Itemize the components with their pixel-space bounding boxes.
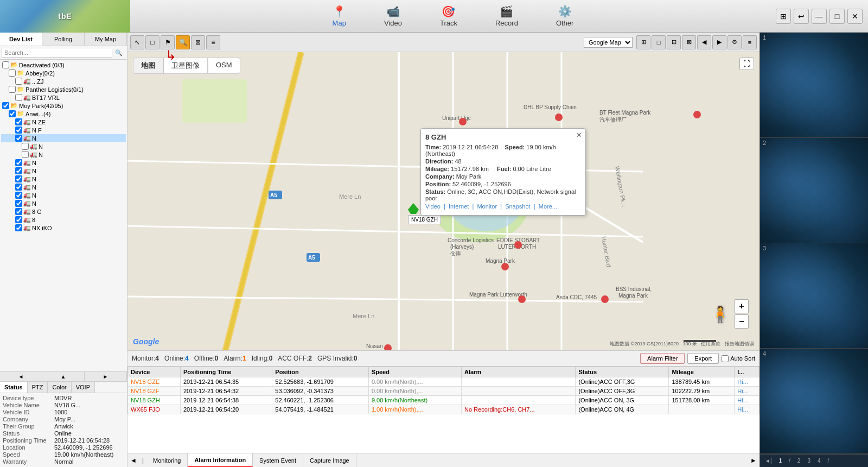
nav-video[interactable]: 📹 Video bbox=[376, 2, 410, 30]
popup-links-row[interactable]: Video | Internet | Monitor | Snapshot | … bbox=[425, 203, 581, 210]
tag-tool[interactable]: ⚑ bbox=[161, 35, 175, 49]
tree-item[interactable]: 📁Anwi...(4) bbox=[1, 110, 126, 118]
video-cell-2[interactable]: 2 bbox=[760, 138, 868, 243]
tree-item[interactable]: 🚛8 bbox=[1, 216, 126, 224]
view-btn-4[interactable]: ⊠ bbox=[682, 35, 696, 49]
tree-item[interactable]: 🚛N bbox=[1, 134, 126, 142]
scroll-right[interactable]: ► bbox=[85, 372, 127, 381]
info-tab-voip[interactable]: VOIP bbox=[72, 382, 95, 393]
tree-item[interactable]: 🚛NX iKO bbox=[1, 224, 126, 232]
provider-select[interactable]: Google Map bbox=[584, 37, 633, 48]
view-btn-7[interactable]: ⚙ bbox=[727, 35, 742, 49]
info-tab-status[interactable]: Status bbox=[0, 382, 28, 393]
tree-item[interactable]: 📁Panther Logistics(0/1) bbox=[1, 85, 126, 93]
view-btn-8[interactable]: ≡ bbox=[743, 35, 757, 49]
nav-other[interactable]: ⚙️ Other bbox=[548, 2, 582, 30]
map-provider-selector[interactable]: Google Map bbox=[584, 37, 633, 48]
map-type-osm[interactable]: OSM bbox=[208, 58, 240, 74]
right-tab-1[interactable]: 1 bbox=[777, 457, 784, 465]
view-btn-2[interactable]: □ bbox=[652, 35, 666, 49]
table-row[interactable]: NV18 GZE 2019-12-21 06:54:35 52.525683, … bbox=[128, 377, 760, 387]
scroll-left[interactable]: ◄ bbox=[0, 372, 42, 381]
map-type-satellite[interactable]: 卫星图像 bbox=[163, 58, 208, 74]
tree-item[interactable]: 🚛BT17 VRL bbox=[1, 93, 126, 102]
cell-time: 2019-12-21 06:54:32 bbox=[180, 387, 272, 396]
popup-close-button[interactable]: ✕ bbox=[576, 131, 582, 139]
video-cell-4[interactable]: 4 bbox=[760, 349, 868, 454]
svg-text:Magna Park: Magna Park bbox=[486, 258, 515, 264]
rectangle-tool[interactable]: □ bbox=[145, 35, 159, 49]
right-tab-4[interactable]: 3 bbox=[805, 457, 813, 465]
map-type-map[interactable]: 地图 bbox=[133, 58, 163, 74]
tree-item[interactable]: 🚛8 G bbox=[1, 207, 126, 216]
tree-item[interactable]: 🚛N ZE bbox=[1, 118, 126, 126]
right-tab-2[interactable]: / bbox=[787, 457, 793, 465]
minimize-btn[interactable]: — bbox=[812, 9, 827, 24]
nav-record[interactable]: 🎬 Record bbox=[487, 2, 526, 30]
nav-track[interactable]: 🎯 Track bbox=[432, 2, 465, 30]
info-tab-color[interactable]: Color bbox=[48, 382, 71, 393]
alarm-filter-button[interactable]: Alarm Filter bbox=[640, 353, 685, 364]
view-btn-1[interactable]: ⊞ bbox=[636, 35, 650, 49]
view-btn-6[interactable]: ▶ bbox=[712, 35, 726, 49]
zoom-in-button[interactable]: + bbox=[735, 299, 749, 313]
right-tab-slash[interactable]: / bbox=[826, 457, 832, 465]
back-btn[interactable]: ↩ bbox=[794, 9, 809, 24]
auto-sort-label: Auto Sort bbox=[730, 355, 755, 362]
restore-btn[interactable]: □ bbox=[829, 9, 845, 24]
tree-item[interactable]: 🚛N bbox=[1, 191, 126, 199]
tree-item[interactable]: 📂Moy Park(42/95) bbox=[1, 102, 126, 110]
map-area[interactable]: DHL BP Supply Chain BT Fleet Magna Park … bbox=[127, 52, 760, 350]
tree-item[interactable]: 🚛N bbox=[1, 159, 126, 167]
view-btn-5[interactable]: ◀ bbox=[697, 35, 711, 49]
search-button[interactable]: 🔍 bbox=[112, 48, 125, 58]
table-row[interactable]: WX65 FJO 2019-12-21 06:54:20 54.075419, … bbox=[128, 405, 760, 414]
search-input[interactable] bbox=[2, 48, 112, 58]
layers-tool[interactable]: ≡ bbox=[206, 35, 220, 49]
scroll-up[interactable]: ▲ bbox=[42, 372, 85, 381]
video-cell-1[interactable]: 1 bbox=[760, 33, 868, 138]
tab-scroll-left2[interactable]: | bbox=[139, 457, 146, 464]
streetview-person-icon[interactable]: 🧍 bbox=[711, 305, 730, 323]
tab-polling[interactable]: Polling bbox=[42, 33, 85, 46]
tree-item[interactable]: 📁Abbey(0/2) bbox=[1, 69, 126, 77]
tab-capture-image[interactable]: Capture Image bbox=[303, 453, 356, 467]
tree-item[interactable]: 🚛N bbox=[1, 183, 126, 191]
svg-text:A5: A5 bbox=[270, 192, 277, 198]
svg-text:Magna Park: Magna Park bbox=[618, 293, 648, 299]
nav-map[interactable]: 📍 Map bbox=[324, 2, 354, 30]
view-btn-3[interactable]: ⊟ bbox=[667, 35, 681, 49]
auto-sort-check[interactable] bbox=[722, 355, 729, 362]
tree-item[interactable]: 🚛N bbox=[1, 142, 126, 150]
search-tool[interactable]: 🔍 bbox=[176, 35, 190, 49]
tab-system-event[interactable]: System Event bbox=[253, 453, 303, 467]
tree-item[interactable]: 📂Deactivated (0/3) bbox=[1, 61, 126, 69]
fullscreen-button[interactable]: ⛶ bbox=[739, 58, 754, 70]
right-tab-nav-left[interactable]: ◄| bbox=[763, 457, 774, 465]
tab-scroll-left[interactable]: ◄ bbox=[127, 457, 139, 464]
tree-item[interactable]: 🚛N bbox=[1, 175, 126, 183]
cursor-tool[interactable]: ↖ bbox=[130, 35, 144, 49]
table-row[interactable]: NV18 GZH 2019-12-21 06:54:38 52.460221, … bbox=[128, 396, 760, 405]
video-cell-3[interactable]: 3 bbox=[760, 243, 868, 349]
table-row[interactable]: NV18 GZF 2019-12-21 06:54:32 53.036092, … bbox=[128, 387, 760, 396]
tree-item[interactable]: 🚛N bbox=[1, 199, 126, 207]
zoom-out-button[interactable]: − bbox=[735, 314, 749, 329]
tab-monitoring[interactable]: Monitoring bbox=[146, 453, 188, 467]
grid-btn[interactable]: ⊞ bbox=[776, 9, 791, 24]
tree-item[interactable]: 🚛N F bbox=[1, 126, 126, 134]
tree-item[interactable]: 🚛N bbox=[1, 150, 126, 159]
info-tab-ptz[interactable]: PTZ bbox=[28, 382, 48, 393]
right-tab-3[interactable]: 2 bbox=[795, 457, 803, 465]
close-btn[interactable]: ✕ bbox=[847, 9, 863, 24]
tab-my-map[interactable]: My Map bbox=[85, 33, 127, 46]
tab-scroll-right[interactable]: ► bbox=[748, 457, 760, 464]
tree-item[interactable]: 🚛...ZJ bbox=[1, 77, 126, 85]
right-tab-5[interactable]: 4 bbox=[815, 457, 823, 465]
measure-tool[interactable]: ⊠ bbox=[191, 35, 205, 49]
export-button[interactable]: Export bbox=[687, 353, 719, 364]
tree-item[interactable]: 🚛N bbox=[1, 167, 126, 175]
tab-alarm-information[interactable]: Alarm Information bbox=[188, 453, 253, 467]
auto-sort-checkbox[interactable]: Auto Sort bbox=[722, 355, 755, 362]
tab-dev-list[interactable]: Dev List bbox=[0, 33, 42, 46]
